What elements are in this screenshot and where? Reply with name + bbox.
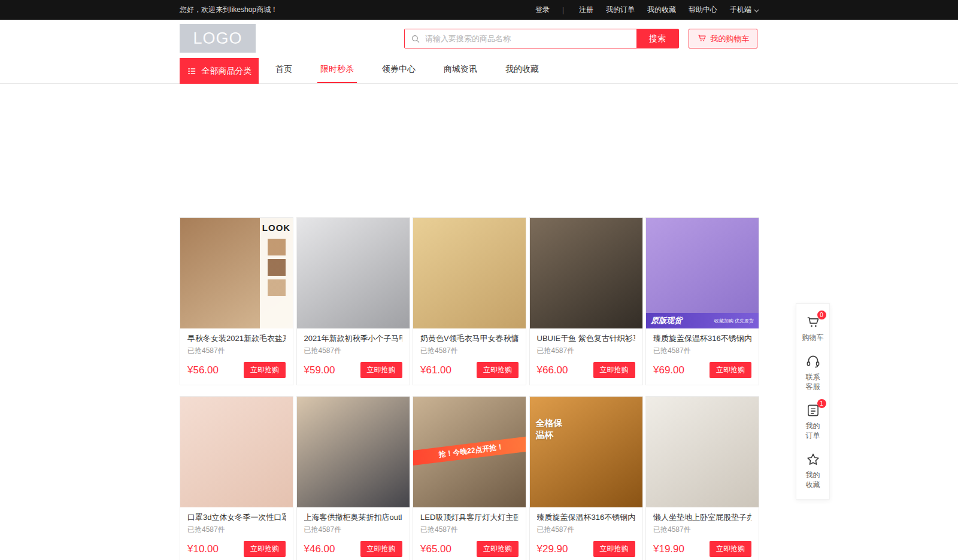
buy-now-button[interactable]: 立即抢购 bbox=[477, 541, 519, 557]
cart-icon bbox=[697, 33, 707, 45]
product-title[interactable]: 奶黄色V领毛衣马甲女春秋慵懒... bbox=[420, 334, 519, 343]
image-banner: 原版现货 收藏加购 优先发货 bbox=[646, 313, 759, 328]
product-image[interactable] bbox=[297, 218, 410, 328]
image-ribbon: 抢！今晚22点开抢！ bbox=[413, 436, 526, 465]
product-sold-count: 已抢4587件 bbox=[304, 525, 402, 534]
product-price: ¥61.00 bbox=[420, 364, 451, 376]
product-card[interactable]: 原版现货 收藏加购 优先发货 臻质旋盖保温杯316不锈钢内胆... 已抢4587… bbox=[645, 217, 759, 385]
product-image[interactable]: 抢！今晚22点开抢！ bbox=[413, 397, 526, 507]
product-sold-count: 已抢4587件 bbox=[420, 525, 519, 534]
product-image[interactable] bbox=[646, 397, 759, 507]
product-card[interactable]: LOOK 早秋冬女装2021新款毛衣盐系... 已抢4587件 ¥56.00 立… bbox=[180, 217, 293, 385]
seckill-banner-area bbox=[0, 84, 958, 217]
product-card[interactable]: 2021年新款初秋季小个子马甲... 已抢4587件 ¥59.00 立即抢购 bbox=[296, 217, 410, 385]
count-badge: 1 bbox=[817, 399, 826, 408]
product-price: ¥65.00 bbox=[420, 543, 451, 555]
product-price: ¥46.00 bbox=[304, 543, 335, 555]
topbar-link[interactable]: 登录 bbox=[535, 5, 550, 15]
floating-toolbar-item[interactable]: 1 我的 订单 bbox=[796, 397, 829, 446]
product-price: ¥66.00 bbox=[537, 364, 568, 376]
product-sold-count: 已抢4587件 bbox=[537, 346, 635, 355]
product-card[interactable]: 全格保温杯 臻质旋盖保温杯316不锈钢内胆... 已抢4587件 ¥29.90 … bbox=[529, 396, 643, 560]
product-card[interactable]: 奶黄色V领毛衣马甲女春秋慵懒... 已抢4587件 ¥61.00 立即抢购 bbox=[413, 217, 526, 385]
buy-now-button[interactable]: 立即抢购 bbox=[244, 541, 286, 557]
product-title[interactable]: 懒人坐垫地上卧室屁股垫子办... bbox=[653, 513, 751, 522]
product-title[interactable]: LED吸顶灯具客厅灯大灯主卧... bbox=[420, 513, 519, 522]
product-image[interactable] bbox=[413, 218, 526, 328]
nav-item[interactable]: 领券中心 bbox=[379, 64, 419, 83]
product-card[interactable]: 口罩3d立体女冬季一次性口罩 已抢4587件 ¥10.00 立即抢购 bbox=[180, 396, 293, 560]
chevron-down-icon bbox=[754, 6, 759, 14]
nav-item[interactable]: 首页 bbox=[272, 64, 295, 83]
product-title[interactable]: 上海客供撤柜奥莱折扣店outlets bbox=[304, 513, 402, 522]
product-card[interactable]: 上海客供撤柜奥莱折扣店outlets 已抢4587件 ¥46.00 立即抢购 bbox=[296, 396, 410, 560]
nav-item[interactable]: 我的收藏 bbox=[502, 64, 542, 83]
product-price: ¥59.00 bbox=[304, 364, 335, 376]
site-header: LOGO 搜索 我的购物车 全部商品分类 首页 限时秒杀 领券中心 商城资讯 bbox=[0, 20, 958, 84]
product-image[interactable] bbox=[180, 397, 293, 507]
search-bar: 搜索 bbox=[404, 29, 679, 48]
product-image[interactable] bbox=[297, 397, 410, 507]
floating-toolbar: 0 购物车 联系 客服 1 我的 订单 我的 收藏 bbox=[796, 303, 830, 500]
topbar-link[interactable]: 我的收藏 bbox=[647, 5, 676, 15]
product-title[interactable]: 臻质旋盖保温杯316不锈钢内胆... bbox=[653, 334, 751, 343]
floating-toolbar-item[interactable]: 联系 客服 bbox=[796, 348, 829, 397]
topbar-link[interactable]: 手机端 bbox=[730, 5, 759, 15]
all-categories-button[interactable]: 全部商品分类 bbox=[180, 58, 259, 84]
product-image[interactable] bbox=[530, 218, 642, 328]
product-sold-count: 已抢4587件 bbox=[537, 525, 635, 534]
topbar-link[interactable]: 我的订单 bbox=[606, 5, 635, 15]
product-image[interactable]: LOOK bbox=[180, 218, 293, 328]
search-button[interactable]: 搜索 bbox=[636, 29, 678, 48]
main-nav: 首页 限时秒杀 领券中心 商城资讯 我的收藏 bbox=[272, 64, 542, 83]
image-side-label: 全格保温杯 bbox=[536, 417, 565, 442]
topbar-links: 登录 注册 我的订单 我的收藏 bbox=[523, 5, 759, 15]
welcome-text: 您好，欢迎来到likeshop商城！ bbox=[180, 5, 278, 15]
image-look-label: LOOK bbox=[260, 218, 293, 328]
product-sold-count: 已抢4587件 bbox=[187, 346, 286, 355]
floating-toolbar-item[interactable]: 0 购物车 bbox=[796, 309, 829, 348]
floating-toolbar-item[interactable]: 我的 收藏 bbox=[796, 446, 829, 495]
product-card[interactable]: 抢！今晚22点开抢！ LED吸顶灯具客厅灯大灯主卧... 已抢4587件 ¥65… bbox=[413, 396, 526, 560]
product-title[interactable]: 口罩3d立体女冬季一次性口罩 bbox=[187, 513, 286, 522]
buy-now-button[interactable]: 立即抢购 bbox=[477, 362, 519, 378]
buy-now-button[interactable]: 立即抢购 bbox=[710, 362, 751, 378]
product-title[interactable]: 早秋冬女装2021新款毛衣盐系... bbox=[187, 334, 286, 343]
search-input[interactable] bbox=[405, 29, 636, 48]
product-sold-count: 已抢4587件 bbox=[187, 525, 286, 534]
search-icon bbox=[411, 34, 420, 44]
product-image[interactable]: 全格保温杯 bbox=[530, 397, 642, 507]
product-price: ¥56.00 bbox=[187, 364, 219, 376]
product-price: ¥69.00 bbox=[653, 364, 684, 376]
my-cart-button[interactable]: 我的购物车 bbox=[689, 29, 757, 48]
product-title[interactable]: 臻质旋盖保温杯316不锈钢内胆... bbox=[537, 513, 635, 522]
product-card[interactable]: 懒人坐垫地上卧室屁股垫子办... 已抢4587件 ¥19.90 立即抢购 bbox=[645, 396, 759, 560]
buy-now-button[interactable]: 立即抢购 bbox=[244, 362, 286, 378]
count-badge: 0 bbox=[817, 311, 826, 319]
product-title[interactable]: 2021年新款初秋季小个子马甲... bbox=[304, 334, 402, 343]
headset-icon bbox=[805, 354, 821, 369]
product-sold-count: 已抢4587件 bbox=[653, 525, 751, 534]
nav-item[interactable]: 限时秒杀 bbox=[317, 64, 357, 83]
product-card[interactable]: UBUIE干鱼 紫色复古针织衫马... 已抢4587件 ¥66.00 立即抢购 bbox=[529, 217, 643, 385]
buy-now-button[interactable]: 立即抢购 bbox=[360, 541, 402, 557]
buy-now-button[interactable]: 立即抢购 bbox=[360, 362, 402, 378]
product-grid: LOOK 早秋冬女装2021新款毛衣盐系... 已抢4587件 ¥56.00 立… bbox=[180, 217, 759, 560]
topbar: 您好，欢迎来到likeshop商城！ 登录 注册 我的订单 bbox=[0, 0, 958, 20]
product-title[interactable]: UBUIE干鱼 紫色复古针织衫马... bbox=[537, 334, 635, 343]
product-sold-count: 已抢4587件 bbox=[653, 346, 751, 355]
product-image[interactable]: 原版现货 收藏加购 优先发货 bbox=[646, 218, 759, 328]
category-list-icon bbox=[187, 66, 196, 76]
product-price: ¥10.00 bbox=[187, 543, 219, 555]
nav-item[interactable]: 商城资讯 bbox=[441, 64, 480, 83]
topbar-link[interactable]: 帮助中心 bbox=[689, 5, 717, 15]
topbar-link[interactable]: 注册 bbox=[562, 5, 593, 15]
product-sold-count: 已抢4587件 bbox=[304, 346, 402, 355]
product-sold-count: 已抢4587件 bbox=[420, 346, 519, 355]
buy-now-button[interactable]: 立即抢购 bbox=[593, 362, 635, 378]
buy-now-button[interactable]: 立即抢购 bbox=[710, 541, 751, 557]
product-price: ¥19.90 bbox=[653, 543, 684, 555]
site-logo[interactable]: LOGO bbox=[180, 24, 256, 53]
star-icon bbox=[805, 452, 821, 467]
buy-now-button[interactable]: 立即抢购 bbox=[593, 541, 635, 557]
